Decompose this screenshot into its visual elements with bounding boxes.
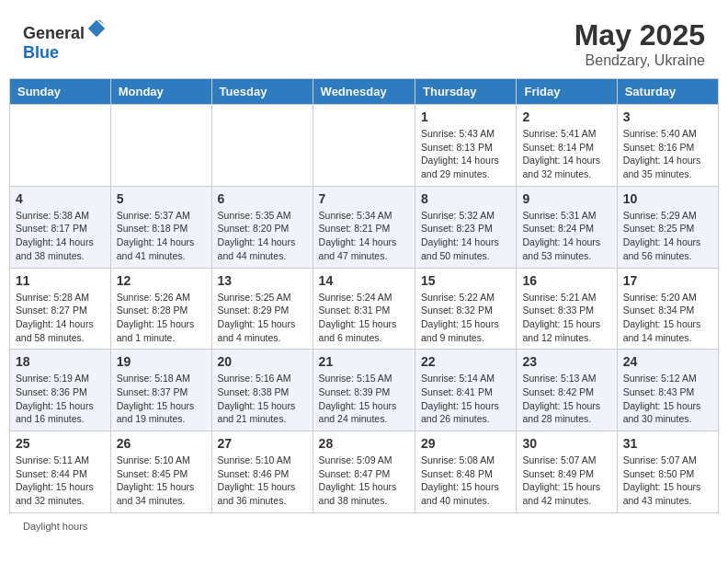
cell-day-number: 2 (522, 109, 610, 124)
cell-day-number: 8 (421, 191, 510, 206)
cell-info-text: Sunrise: 5:37 AM Sunset: 8:18 PM Dayligh… (117, 209, 206, 263)
table-row: 27Sunrise: 5:10 AM Sunset: 8:46 PM Dayli… (211, 431, 313, 513)
cell-info-text: Sunrise: 5:12 AM Sunset: 8:43 PM Dayligh… (623, 372, 712, 426)
table-row: 21Sunrise: 5:15 AM Sunset: 8:39 PM Dayli… (313, 350, 415, 431)
page-container: General Blue May 2025 Bendzary, Ukraine … (9, 9, 719, 532)
cell-day-number: 19 (117, 354, 206, 369)
cell-info-text: Sunrise: 5:22 AM Sunset: 8:32 PM Dayligh… (421, 291, 510, 345)
table-row: 12Sunrise: 5:26 AM Sunset: 8:28 PM Dayli… (110, 268, 211, 350)
cell-info-text: Sunrise: 5:16 AM Sunset: 8:38 PM Dayligh… (218, 372, 307, 426)
table-row: 19Sunrise: 5:18 AM Sunset: 8:37 PM Dayli… (110, 350, 211, 431)
table-row: 5Sunrise: 5:37 AM Sunset: 8:18 PM Daylig… (110, 186, 211, 268)
table-row: 10Sunrise: 5:29 AM Sunset: 8:25 PM Dayli… (617, 186, 718, 268)
table-row: 2Sunrise: 5:41 AM Sunset: 8:14 PM Daylig… (517, 105, 617, 187)
calendar-week-row: 11Sunrise: 5:28 AM Sunset: 8:27 PM Dayli… (10, 268, 719, 350)
cell-info-text: Sunrise: 5:38 AM Sunset: 8:17 PM Dayligh… (16, 209, 105, 263)
table-row: 30Sunrise: 5:07 AM Sunset: 8:49 PM Dayli… (517, 431, 617, 513)
cell-day-number: 13 (218, 273, 307, 288)
footer: Daylight hours (9, 521, 719, 532)
cell-info-text: Sunrise: 5:11 AM Sunset: 8:44 PM Dayligh… (16, 454, 105, 508)
table-row: 24Sunrise: 5:12 AM Sunset: 8:43 PM Dayli… (617, 350, 718, 431)
cell-info-text: Sunrise: 5:10 AM Sunset: 8:46 PM Dayligh… (218, 454, 307, 508)
title-block: May 2025 Bendzary, Ukraine (574, 18, 705, 69)
cell-day-number: 12 (117, 273, 206, 288)
cell-info-text: Sunrise: 5:35 AM Sunset: 8:20 PM Dayligh… (218, 209, 307, 263)
cell-info-text: Sunrise: 5:15 AM Sunset: 8:39 PM Dayligh… (319, 372, 409, 426)
table-row: 6Sunrise: 5:35 AM Sunset: 8:20 PM Daylig… (211, 186, 313, 268)
table-row: 13Sunrise: 5:25 AM Sunset: 8:29 PM Dayli… (211, 268, 313, 350)
cell-day-number: 25 (16, 436, 105, 451)
col-friday: Friday (517, 79, 617, 105)
table-row: 14Sunrise: 5:24 AM Sunset: 8:31 PM Dayli… (313, 268, 415, 350)
cell-info-text: Sunrise: 5:10 AM Sunset: 8:45 PM Dayligh… (117, 454, 206, 508)
cell-day-number: 5 (117, 191, 206, 206)
col-monday: Monday (110, 79, 211, 105)
table-row: 20Sunrise: 5:16 AM Sunset: 8:38 PM Dayli… (211, 350, 313, 431)
cell-day-number: 16 (522, 273, 610, 288)
cell-info-text: Sunrise: 5:19 AM Sunset: 8:36 PM Dayligh… (16, 372, 105, 426)
cell-info-text: Sunrise: 5:40 AM Sunset: 8:16 PM Dayligh… (623, 127, 712, 181)
table-row: 31Sunrise: 5:07 AM Sunset: 8:50 PM Dayli… (617, 431, 718, 513)
table-row: 11Sunrise: 5:28 AM Sunset: 8:27 PM Dayli… (10, 268, 111, 350)
table-row: 22Sunrise: 5:14 AM Sunset: 8:41 PM Dayli… (415, 350, 517, 431)
cell-info-text: Sunrise: 5:24 AM Sunset: 8:31 PM Dayligh… (319, 291, 409, 345)
cell-info-text: Sunrise: 5:25 AM Sunset: 8:29 PM Dayligh… (218, 291, 307, 345)
cell-info-text: Sunrise: 5:07 AM Sunset: 8:50 PM Dayligh… (623, 454, 712, 508)
calendar-week-row: 25Sunrise: 5:11 AM Sunset: 8:44 PM Dayli… (10, 431, 719, 513)
table-row: 17Sunrise: 5:20 AM Sunset: 8:34 PM Dayli… (617, 268, 718, 350)
cell-info-text: Sunrise: 5:28 AM Sunset: 8:27 PM Dayligh… (16, 291, 105, 345)
table-row: 26Sunrise: 5:10 AM Sunset: 8:45 PM Dayli… (110, 431, 211, 513)
cell-day-number: 26 (117, 436, 206, 451)
table-row: 15Sunrise: 5:22 AM Sunset: 8:32 PM Dayli… (415, 268, 517, 350)
cell-day-number: 10 (623, 191, 712, 206)
table-row: 7Sunrise: 5:34 AM Sunset: 8:21 PM Daylig… (313, 186, 415, 268)
cell-day-number: 18 (16, 354, 105, 369)
cell-info-text: Sunrise: 5:20 AM Sunset: 8:34 PM Dayligh… (623, 291, 712, 345)
cell-info-text: Sunrise: 5:32 AM Sunset: 8:23 PM Dayligh… (421, 209, 510, 263)
table-row (110, 105, 211, 187)
month-year: May 2025 (574, 18, 705, 52)
cell-day-number: 24 (623, 354, 712, 369)
cell-day-number: 29 (421, 436, 510, 451)
cell-info-text: Sunrise: 5:21 AM Sunset: 8:33 PM Dayligh… (522, 291, 610, 345)
page-header: General Blue May 2025 Bendzary, Ukraine (9, 9, 719, 74)
table-row: 29Sunrise: 5:08 AM Sunset: 8:48 PM Dayli… (415, 431, 517, 513)
cell-info-text: Sunrise: 5:07 AM Sunset: 8:49 PM Dayligh… (522, 454, 610, 508)
cell-day-number: 4 (16, 191, 105, 206)
cell-info-text: Sunrise: 5:18 AM Sunset: 8:37 PM Dayligh… (117, 372, 206, 426)
table-row: 28Sunrise: 5:09 AM Sunset: 8:47 PM Dayli… (313, 431, 415, 513)
table-row: 25Sunrise: 5:11 AM Sunset: 8:44 PM Dayli… (10, 431, 111, 513)
cell-day-number: 30 (522, 436, 610, 451)
cell-day-number: 22 (421, 354, 510, 369)
cell-day-number: 14 (319, 273, 409, 288)
table-row (10, 105, 111, 187)
logo-blue: Blue (23, 43, 59, 62)
cell-day-number: 27 (218, 436, 307, 451)
cell-day-number: 3 (623, 109, 712, 124)
table-row: 16Sunrise: 5:21 AM Sunset: 8:33 PM Dayli… (517, 268, 617, 350)
col-thursday: Thursday (415, 79, 517, 105)
calendar-header-row: Sunday Monday Tuesday Wednesday Thursday… (10, 79, 719, 105)
table-row: 1Sunrise: 5:43 AM Sunset: 8:13 PM Daylig… (415, 105, 517, 187)
cell-day-number: 28 (319, 436, 409, 451)
col-wednesday: Wednesday (313, 79, 415, 105)
cell-day-number: 17 (623, 273, 712, 288)
cell-info-text: Sunrise: 5:09 AM Sunset: 8:47 PM Dayligh… (319, 454, 409, 508)
cell-info-text: Sunrise: 5:14 AM Sunset: 8:41 PM Dayligh… (421, 372, 510, 426)
table-row (211, 105, 313, 187)
cell-info-text: Sunrise: 5:41 AM Sunset: 8:14 PM Dayligh… (522, 127, 610, 181)
cell-day-number: 23 (522, 354, 610, 369)
table-row: 18Sunrise: 5:19 AM Sunset: 8:36 PM Dayli… (10, 350, 111, 431)
logo-icon (86, 18, 107, 39)
cell-day-number: 11 (16, 273, 105, 288)
cell-day-number: 15 (421, 273, 510, 288)
logo: General Blue (23, 18, 107, 63)
cell-info-text: Sunrise: 5:31 AM Sunset: 8:24 PM Dayligh… (522, 209, 610, 263)
calendar-table: Sunday Monday Tuesday Wednesday Thursday… (9, 78, 719, 513)
location: Bendzary, Ukraine (574, 52, 705, 69)
cell-info-text: Sunrise: 5:34 AM Sunset: 8:21 PM Dayligh… (319, 209, 409, 263)
table-row: 9Sunrise: 5:31 AM Sunset: 8:24 PM Daylig… (517, 186, 617, 268)
cell-day-number: 31 (623, 436, 712, 451)
calendar-week-row: 4Sunrise: 5:38 AM Sunset: 8:17 PM Daylig… (10, 186, 719, 268)
table-row: 8Sunrise: 5:32 AM Sunset: 8:23 PM Daylig… (415, 186, 517, 268)
